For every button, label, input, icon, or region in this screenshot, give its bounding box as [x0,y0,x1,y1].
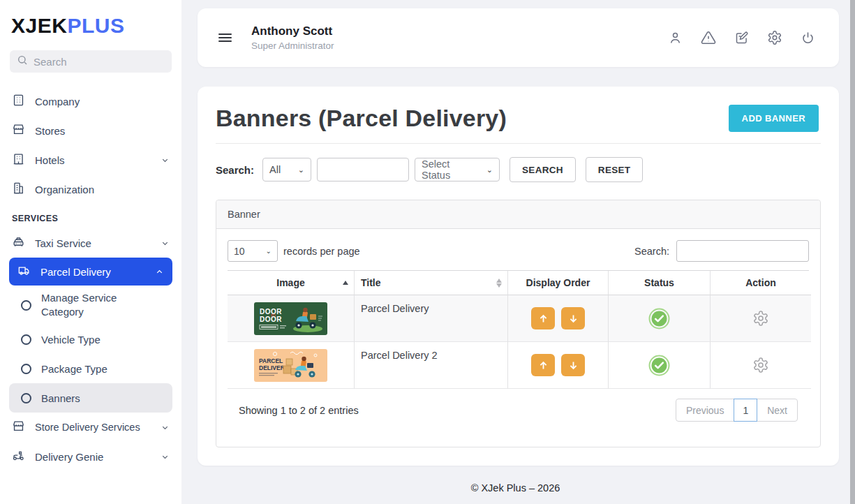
table-row: DOOR to DOOR [228,295,809,342]
power-icon[interactable] [801,31,815,45]
pagination-next-button[interactable]: Next [757,399,798,422]
user-role: Super Administrator [251,40,334,51]
column-header-status[interactable]: Status [609,271,711,295]
status-active-icon[interactable] [648,355,670,376]
sidebar-item-company[interactable]: Company [0,87,181,116]
sidebar-item-label: Stores [35,125,65,137]
chevron-down-icon [161,423,170,432]
banner-panel: Banner 10 ⌄ records per page Search: [216,200,821,447]
hotel-icon [12,152,25,168]
chevron-down-icon [161,156,170,165]
store-icon [12,123,25,138]
sidebar-item-hotels[interactable]: Hotels [0,145,181,175]
records-per-page-label: records per page [283,246,360,257]
table-search-input[interactable] [676,240,809,262]
sidebar-item-banners[interactable]: Banners [9,383,172,413]
scooter-icon [12,449,25,464]
filter-type-value: All [269,164,281,175]
column-header-title[interactable]: Title [355,271,508,295]
panel-heading: Banner [216,200,820,229]
chevron-down-icon: ⌄ [298,165,304,175]
logo-part-2: PLUS [67,14,124,37]
move-down-button[interactable] [561,354,585,376]
filter-type-select[interactable]: All ⌄ [262,158,311,181]
column-label: Action [745,277,776,288]
sidebar-search-input[interactable] [34,56,165,68]
sidebar-item-label: Organization [35,184,94,195]
sidebar-item-delivery-genie[interactable]: Delivery Genie [0,442,181,471]
page-scrollbar[interactable] [850,0,855,504]
sidebar-item-stores[interactable]: Stores [0,116,181,145]
move-up-button[interactable] [531,354,555,376]
chevron-down-icon [161,452,170,461]
chevron-up-icon [155,267,164,276]
search-button[interactable]: SEARCH [510,157,576,182]
title-cell: Parcel Delivery 2 [355,342,508,389]
column-header-display-order[interactable]: Display Order [508,271,609,295]
sidebar-item-label: Taxi Service [35,237,91,249]
chevron-down-icon [161,239,170,248]
banner-image-parcel-delivery[interactable]: PARCEL DELIVERY [254,349,327,382]
move-up-button[interactable] [531,307,555,329]
svg-text:PARCEL: PARCEL [259,357,283,364]
profile-icon[interactable] [668,31,683,45]
action-gear-icon[interactable] [752,310,769,327]
column-header-image[interactable]: Image [228,271,355,295]
sidebar-item-organization[interactable]: Organization [0,175,181,204]
sidebar-item-label: Delivery Genie [35,451,103,463]
hamburger-menu-icon[interactable] [218,31,232,44]
pagination-page-1[interactable]: 1 [734,399,757,422]
logo-part-1: XJEK [11,14,67,37]
edit-document-icon[interactable] [734,31,749,45]
chevron-down-icon: ⌄ [266,247,272,255]
status-active-icon[interactable] [648,308,670,329]
table-row: PARCEL DELIVERY [228,342,809,389]
sidebar-item-label: Hotels [35,154,65,166]
company-icon [12,94,25,109]
sidebar-item-package-type[interactable]: Package Type [0,354,181,383]
column-header-action[interactable]: Action [711,271,811,295]
content-area: Anthony Scott Super Administrator Banner… [181,0,849,504]
action-gear-icon[interactable] [752,357,769,373]
filter-text-input[interactable] [317,158,409,181]
services-heading: SERVICES [12,210,170,227]
sidebar-item-manage-service-category[interactable]: Manage Service Category [0,286,181,325]
scrollbar-thumb[interactable] [850,0,855,504]
sidebar: XJEKPLUS Company Stores Hotels Organizat… [0,0,181,504]
records-per-page-select[interactable]: 10 ⌄ [228,240,278,262]
sidebar-item-parcel-delivery[interactable]: Parcel Delivery [9,258,172,286]
sidebar-item-label: Company [35,96,80,108]
filter-status-select[interactable]: Select Status ⌄ [415,158,500,181]
filter-search-label: Search: [216,164,254,176]
table-search-label: Search: [634,246,669,257]
status-cell [609,342,711,389]
store-icon [12,420,25,435]
sidebar-item-store-delivery-services[interactable]: Store Delivery Services [0,413,181,442]
sidebar-item-vehicle-type[interactable]: Vehicle Type [0,325,181,354]
add-banner-button[interactable]: ADD BANNER [729,105,819,132]
title-cell: Parcel Delivery [355,295,508,342]
sidebar-item-taxi-service[interactable]: Taxi Service [0,228,181,258]
pagination-previous-button[interactable]: Previous [676,399,734,422]
main-card: Banners (Parcel Delivery) ADD BANNER Sea… [198,87,839,466]
column-label: Title [361,277,381,288]
organization-icon [12,181,25,197]
move-down-button[interactable] [561,307,585,329]
image-cell: PARCEL DELIVERY [228,342,355,389]
display-order-cell [508,342,609,389]
chevron-down-icon: ⌄ [486,165,493,175]
reset-button[interactable]: RESET [586,157,644,182]
user-name: Anthony Scott [251,24,334,38]
filter-status-value: Select Status [422,158,477,181]
banner-image-door-to-door[interactable]: DOOR to DOOR [254,302,327,335]
search-icon [17,54,28,68]
display-order-cell [508,295,609,342]
sidebar-search[interactable] [10,50,172,73]
radio-circle-icon [21,393,31,403]
svg-text:DOOR: DOOR [260,316,282,323]
user-info[interactable]: Anthony Scott Super Administrator [251,24,334,51]
gear-icon[interactable] [767,30,782,45]
showing-entries-text: Showing 1 to 2 of 2 entries [239,405,359,416]
taxi-icon [12,235,25,251]
alert-triangle-icon[interactable] [701,30,716,45]
